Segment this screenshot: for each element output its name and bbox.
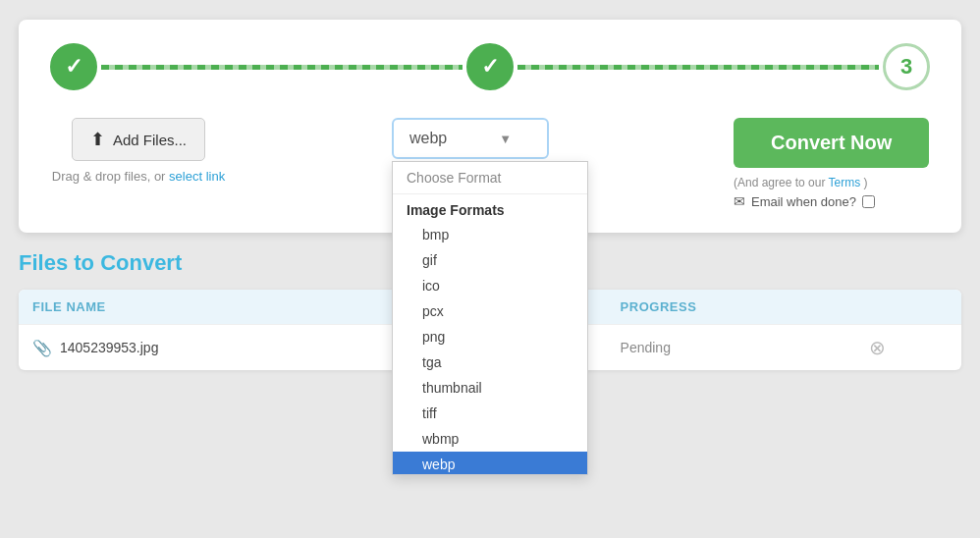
step-line-2 xyxy=(517,65,879,70)
drag-drop-text: Drag & drop files, or select link xyxy=(52,169,225,184)
format-item-webp[interactable]: webp xyxy=(393,452,587,475)
format-dropdown-wrapper: webp ▼ Choose Format Image Formats bmp g… xyxy=(392,118,569,159)
format-select-button[interactable]: webp ▼ xyxy=(392,118,549,159)
terms-link[interactable]: Terms xyxy=(829,176,861,189)
format-item-tga[interactable]: tga xyxy=(393,350,587,375)
upload-icon: ⬆ xyxy=(90,129,105,150)
email-label: Email when done? xyxy=(751,194,856,209)
col-progress: PROGRESS xyxy=(607,290,856,325)
email-checkbox[interactable] xyxy=(862,195,875,208)
selected-format-label: webp xyxy=(409,130,447,147)
select-link[interactable]: select link xyxy=(169,169,225,184)
email-row: ✉ Email when done? xyxy=(734,193,875,209)
format-item-pcx[interactable]: pcx xyxy=(393,298,587,324)
file-name-value: 1405239953.jpg xyxy=(60,340,158,355)
format-dropdown-menu: Choose Format Image Formats bmp gif ico … xyxy=(392,161,588,475)
step-1: ✓ xyxy=(50,43,97,90)
file-action-cell: ⊗ xyxy=(855,325,961,371)
cancel-button[interactable]: ⊗ xyxy=(869,336,886,359)
format-item-bmp[interactable]: bmp xyxy=(393,222,587,247)
convert-area: Convert Now (And agree to our Terms ) ✉ … xyxy=(734,118,930,209)
image-formats-label: Image Formats xyxy=(393,194,587,222)
file-name-cell: 📎 1405239953.jpg xyxy=(19,325,387,371)
terms-text: (And agree to our Terms ) xyxy=(734,176,868,189)
add-files-label: Add Files... xyxy=(113,132,187,148)
paperclip-icon: 📎 xyxy=(32,339,52,357)
email-icon: ✉ xyxy=(734,193,745,209)
step-2: ✓ xyxy=(466,43,514,90)
progress-value: Pending xyxy=(621,340,671,355)
step-3: 3 xyxy=(883,43,930,90)
col-file-name: FILE NAME xyxy=(19,290,387,325)
format-item-tiff[interactable]: tiff xyxy=(393,401,587,426)
format-item-gif[interactable]: gif xyxy=(393,247,587,273)
format-item-wbmp[interactable]: wbmp xyxy=(393,426,587,452)
format-item-ico[interactable]: ico xyxy=(393,273,587,298)
col-actions xyxy=(855,290,961,325)
files-title-highlight: Convert xyxy=(100,250,182,275)
format-item-png[interactable]: png xyxy=(393,324,587,350)
chevron-down-icon: ▼ xyxy=(499,132,512,146)
convert-now-button[interactable]: Convert Now xyxy=(734,118,929,168)
files-title-prefix: Files to xyxy=(19,250,100,275)
controls-row: ⬆ Add Files... Drag & drop files, or sel… xyxy=(50,118,930,209)
format-item-thumbnail[interactable]: thumbnail xyxy=(393,375,587,401)
steps-row: ✓ ✓ 3 xyxy=(50,43,930,90)
add-files-area: ⬆ Add Files... Drag & drop files, or sel… xyxy=(50,118,227,184)
add-files-button[interactable]: ⬆ Add Files... xyxy=(72,118,205,161)
step-line-1 xyxy=(101,65,463,70)
file-progress-cell: Pending xyxy=(607,325,856,371)
dropdown-header: Choose Format xyxy=(393,162,587,194)
main-card: ✓ ✓ 3 ⬆ Add Files... Drag & drop files, … xyxy=(19,20,961,233)
